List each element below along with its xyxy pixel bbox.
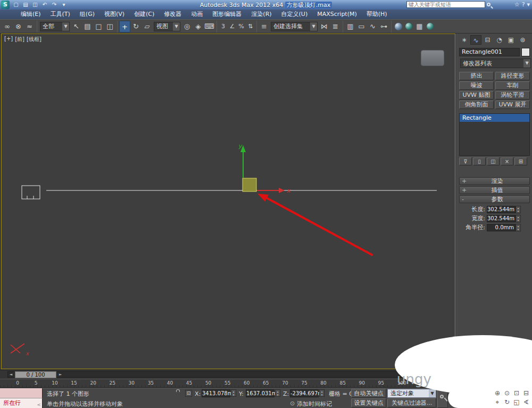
- spinner[interactable]: [319, 389, 325, 397]
- menu-rendering[interactable]: 渲染(R): [246, 10, 276, 19]
- select-and-link-icon[interactable]: ∞: [2, 21, 13, 32]
- orbit-icon[interactable]: ↻: [502, 398, 512, 407]
- select-by-name-icon[interactable]: ▤: [82, 21, 93, 32]
- tab-create-icon[interactable]: ∗: [459, 35, 470, 45]
- modifier-button-unwrap-uvw[interactable]: UVW 展开: [495, 101, 530, 109]
- select-and-scale-icon[interactable]: ▱: [142, 21, 153, 32]
- absolute-offset-toggle-icon[interactable]: ⊡: [185, 390, 192, 397]
- menu-customize[interactable]: 自定义(U): [277, 10, 313, 19]
- time-slider-groove[interactable]: [7, 371, 449, 378]
- modifier-button-noise[interactable]: 噪波: [459, 81, 494, 90]
- named-selection-sets-dropdown[interactable]: 创建选择集 ▼: [271, 22, 318, 31]
- width-field[interactable]: 302.544m: [487, 215, 516, 222]
- rollout-rendering[interactable]: + 渲染: [459, 177, 530, 185]
- reference-coordinate-dropdown[interactable]: 视图 ▼: [154, 22, 180, 31]
- ribbon-toggle-icon[interactable]: ▭: [356, 21, 367, 32]
- chevron-down-icon[interactable]: ▼: [429, 389, 436, 397]
- object-name-field[interactable]: Rectangle001: [459, 48, 520, 56]
- select-and-move-icon[interactable]: +: [119, 21, 130, 32]
- select-and-rotate-icon[interactable]: ↻: [130, 21, 142, 32]
- modifier-list-dropdown[interactable]: 修改器列表 ▼: [460, 59, 531, 68]
- auto-key-button[interactable]: 自动关键点: [351, 389, 386, 398]
- spinner[interactable]: [516, 215, 521, 222]
- set-key-mode-button[interactable]: 设置关键点: [351, 398, 386, 407]
- modifier-stack[interactable]: Rectangle: [459, 113, 530, 156]
- material-editor-icon[interactable]: [395, 23, 402, 30]
- next-frame-arrow-icon[interactable]: ►: [57, 372, 63, 377]
- layer-manager-icon[interactable]: ▥: [345, 21, 356, 32]
- zoom-all-icon[interactable]: ⊙: [502, 389, 512, 398]
- align-icon[interactable]: ≣: [330, 21, 341, 32]
- tab-hierarchy-icon[interactable]: ⊟: [482, 35, 493, 45]
- zoom-icon[interactable]: ⊕: [493, 389, 502, 398]
- rollout-expand-icon[interactable]: +: [462, 178, 467, 185]
- titlebar-menu-icon[interactable]: ▾: [527, 1, 530, 9]
- track-bar-ruler[interactable]: 0510152025303540455055606570758085909510…: [0, 379, 456, 388]
- tab-modify-icon[interactable]: ∿: [470, 35, 481, 45]
- time-slider[interactable]: 0 / 100: [15, 371, 56, 378]
- unlink-selection-icon[interactable]: ⊗: [13, 21, 24, 32]
- rollout-expand-icon[interactable]: +: [462, 187, 467, 194]
- y-coord-field[interactable]: 1637.031m: [246, 389, 275, 397]
- chevron-down-icon[interactable]: ▼: [62, 22, 69, 31]
- pin-stack-icon[interactable]: ⊽: [459, 157, 472, 165]
- tab-motion-icon[interactable]: ◔: [494, 35, 505, 45]
- selected-rectangle-shape[interactable]: [243, 178, 256, 191]
- search-input[interactable]: [406, 1, 485, 8]
- rollout-interpolation[interactable]: + 插值: [459, 186, 530, 194]
- pan-icon[interactable]: ⌖: [493, 398, 502, 407]
- bind-to-space-warp-icon[interactable]: ≈: [24, 21, 35, 32]
- remove-modifier-icon[interactable]: ×: [501, 157, 513, 165]
- spinner[interactable]: [516, 224, 521, 231]
- snaps-toggle-icon[interactable]: 3: [219, 21, 228, 32]
- listener-scroll-icon[interactable]: <: [37, 400, 41, 408]
- maximize-viewport-icon[interactable]: ◱: [512, 398, 521, 407]
- lamp-profile-shape[interactable]: [22, 186, 40, 199]
- previous-frame-arrow-icon[interactable]: ◄: [8, 372, 14, 377]
- menu-graph-editors[interactable]: 图形编辑器: [207, 10, 246, 19]
- render-production-icon[interactable]: [427, 23, 434, 30]
- menu-edit[interactable]: 编辑(E): [16, 10, 46, 19]
- viewport[interactable]: [+] [前] [线框] y: [1, 34, 455, 369]
- field-of-view-icon[interactable]: ∢: [521, 398, 531, 407]
- curve-editor-icon[interactable]: ∿: [367, 21, 378, 32]
- add-time-tag[interactable]: 添加时间标记: [297, 400, 332, 408]
- percent-snap-icon[interactable]: %: [237, 21, 246, 32]
- help-icon[interactable]: ?: [522, 1, 525, 9]
- z-coord-field[interactable]: -2394.697m: [290, 389, 319, 397]
- key-filters-button[interactable]: 关键点过滤器...: [387, 398, 436, 407]
- object-color-swatch[interactable]: [521, 48, 530, 56]
- make-unique-icon[interactable]: ◫: [487, 157, 500, 165]
- tab-utilities-icon[interactable]: ⊛: [517, 35, 528, 45]
- spinner[interactable]: [231, 389, 236, 397]
- mirror-icon[interactable]: ⋈: [319, 21, 330, 32]
- show-end-result-icon[interactable]: ▯: [473, 157, 486, 165]
- tab-display-icon[interactable]: ▣: [505, 35, 517, 45]
- angle-snap-icon[interactable]: ∠: [228, 21, 237, 32]
- length-field[interactable]: 302.544m: [487, 206, 516, 213]
- corner-radius-field[interactable]: 0.0mm: [487, 224, 516, 231]
- modifier-button-path-deform[interactable]: 路径变形: [495, 72, 530, 80]
- macro-recorder-field[interactable]: [0, 388, 43, 398]
- spinner[interactable]: [516, 206, 521, 213]
- menu-animation[interactable]: 动画: [186, 10, 207, 19]
- menu-create[interactable]: 创建(C): [129, 10, 159, 19]
- chevron-down-icon[interactable]: ▼: [173, 22, 180, 31]
- viewcube[interactable]: [421, 50, 444, 66]
- rectangular-selection-region-icon[interactable]: □: [93, 21, 104, 32]
- render-setup-icon[interactable]: [405, 23, 412, 30]
- select-and-manipulate-icon[interactable]: ◈: [193, 21, 204, 32]
- menu-modifiers[interactable]: 修改器: [159, 10, 186, 19]
- window-crossing-toggle-icon[interactable]: ◫: [104, 21, 115, 32]
- select-object-icon[interactable]: ↖: [71, 21, 82, 32]
- viewport-canvas[interactable]: y x x: [2, 34, 455, 369]
- menu-help[interactable]: 帮助(H): [362, 10, 392, 19]
- chevron-down-icon[interactable]: ▼: [310, 22, 317, 31]
- use-pivot-center-icon[interactable]: ◎: [181, 21, 193, 32]
- modifier-button-lathe[interactable]: 车削: [495, 81, 530, 90]
- spinner[interactable]: [275, 389, 280, 397]
- selection-filter-dropdown[interactable]: 全部 ▼: [40, 22, 70, 31]
- rollout-collapse-icon[interactable]: -: [462, 196, 467, 203]
- gizmo-y-arrow[interactable]: y: [238, 143, 246, 178]
- modifier-button-turbosmooth[interactable]: 涡轮平滑: [495, 91, 530, 99]
